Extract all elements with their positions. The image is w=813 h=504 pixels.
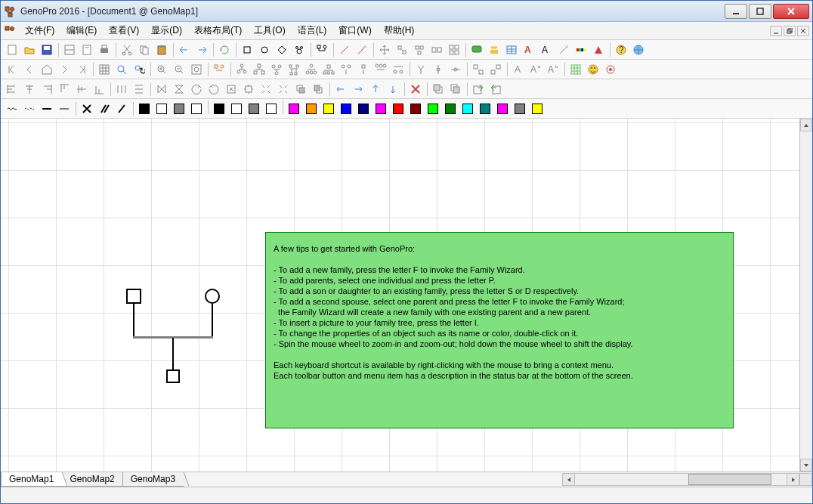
color-swatch-17[interactable]: [442, 100, 459, 117]
tool1-button[interactable]: [394, 42, 410, 58]
color-swatch-3[interactable]: [188, 100, 205, 117]
vertical-scrollbar[interactable]: [799, 119, 812, 472]
minimize-button[interactable]: [725, 4, 747, 19]
cross-icon[interactable]: [79, 100, 95, 117]
tree-icon-7[interactable]: [338, 61, 354, 78]
tab-genomap1[interactable]: GenoMap1: [1, 472, 62, 487]
color-swatch-10[interactable]: [320, 100, 337, 117]
tool3-button[interactable]: [428, 42, 445, 58]
nav-last-icon[interactable]: [73, 61, 90, 78]
horizontal-scrollbar[interactable]: [562, 473, 799, 486]
rotate-l-icon[interactable]: [188, 81, 205, 97]
line-male-down[interactable]: [133, 304, 134, 338]
color-swatch-20[interactable]: [494, 100, 511, 117]
target-icon[interactable]: [602, 61, 619, 78]
line-style-4-icon[interactable]: [56, 100, 73, 117]
tool2-button[interactable]: [411, 42, 428, 58]
tips-box[interactable]: A few tips to get started with GenoPro: …: [265, 232, 734, 428]
color-swatch-5[interactable]: [228, 100, 245, 117]
replace-icon[interactable]: ↻: [131, 61, 147, 78]
size2-icon[interactable]: [240, 81, 257, 97]
arrow-d-icon[interactable]: [385, 81, 401, 97]
tree-icon-10[interactable]: [390, 61, 406, 78]
color-swatch-19[interactable]: [477, 100, 493, 117]
grid-green-icon[interactable]: [567, 61, 584, 78]
scroll-up-icon[interactable]: [800, 119, 812, 131]
users-icon[interactable]: [486, 42, 502, 58]
arrow-r-icon[interactable]: [350, 81, 366, 97]
triangle-icon[interactable]: [590, 42, 607, 58]
grid-icon[interactable]: [96, 61, 113, 78]
layout1-icon[interactable]: [470, 61, 487, 78]
import-icon[interactable]: [487, 81, 504, 97]
color-swatch-21[interactable]: [512, 100, 528, 117]
female-button[interactable]: [256, 42, 273, 58]
order1-icon[interactable]: [292, 81, 309, 97]
color-swatch-7[interactable]: [263, 100, 280, 117]
tree-icon-2[interactable]: [251, 61, 267, 78]
align-middle-icon[interactable]: [73, 81, 90, 97]
globe-icon[interactable]: [630, 42, 647, 58]
flip-h-icon[interactable]: [153, 81, 170, 97]
align-left-icon[interactable]: [4, 81, 20, 97]
find-icon[interactable]: [113, 61, 130, 78]
menu-edit[interactable]: 编辑(E): [60, 23, 103, 39]
maximize-button[interactable]: [749, 4, 771, 19]
color-swatch-1[interactable]: [153, 100, 170, 117]
text-a1-icon[interactable]: A: [521, 42, 537, 58]
smiley-icon[interactable]: [585, 61, 601, 78]
male-button[interactable]: [239, 42, 255, 58]
color-swatch-2[interactable]: [171, 100, 187, 117]
size4-icon[interactable]: [275, 81, 292, 97]
pet-button[interactable]: [291, 42, 308, 58]
link-y-icon[interactable]: [413, 61, 429, 78]
align-top-icon[interactable]: [56, 81, 73, 97]
tab-genomap2[interactable]: GenoMap2: [61, 472, 122, 487]
mdi-minimize-button[interactable]: [770, 26, 782, 36]
distribute-h-icon[interactable]: [113, 81, 130, 97]
color-swatch-14[interactable]: [390, 100, 406, 117]
paste-button[interactable]: [153, 42, 170, 58]
size3-icon[interactable]: [258, 81, 274, 97]
color-swatch-4[interactable]: [211, 100, 227, 117]
mdi-close-button[interactable]: [797, 26, 809, 36]
tree-icon-6[interactable]: [320, 61, 337, 78]
arrows-button[interactable]: [376, 42, 393, 58]
close-button[interactable]: [773, 4, 809, 19]
line-female-down[interactable]: [212, 304, 213, 338]
wand-icon[interactable]: [555, 42, 572, 58]
nav-home-icon[interactable]: [39, 61, 55, 78]
export-icon[interactable]: [470, 81, 487, 97]
align-bottom-icon[interactable]: [91, 81, 107, 97]
arrow-u-icon[interactable]: [367, 81, 384, 97]
color-swatch-6[interactable]: [246, 100, 262, 117]
save-button[interactable]: [39, 42, 55, 58]
copy-button[interactable]: [136, 42, 153, 58]
link1-button[interactable]: [336, 42, 353, 58]
unknown-button[interactable]: [274, 42, 290, 58]
menu-language[interactable]: 语言(L): [292, 23, 333, 39]
tree-icon-9[interactable]: [372, 61, 389, 78]
link2-button[interactable]: [354, 42, 370, 58]
nav-next-icon[interactable]: [56, 61, 73, 78]
layout2-icon[interactable]: [487, 61, 504, 78]
page-button[interactable]: [79, 42, 95, 58]
tree-icon-5[interactable]: [303, 61, 320, 78]
menu-window[interactable]: 窗口(W): [332, 23, 377, 39]
open-button[interactable]: [21, 42, 38, 58]
font-grow-icon[interactable]: A: [527, 61, 544, 78]
undo-button[interactable]: [176, 42, 193, 58]
nav-first-icon[interactable]: [4, 61, 20, 78]
tool4-button[interactable]: [446, 42, 462, 58]
color-swatch-12[interactable]: [355, 100, 372, 117]
menu-help[interactable]: 帮助(H): [378, 23, 421, 39]
family-wizard-icon[interactable]: [211, 61, 227, 78]
line-child[interactable]: [172, 338, 174, 369]
tab-genomap3[interactable]: GenoMap3: [122, 472, 184, 487]
child-symbol[interactable]: [166, 369, 180, 383]
distribute-v-icon[interactable]: [131, 81, 147, 97]
color-swatch-11[interactable]: [338, 100, 354, 117]
color-bar-icon[interactable]: [573, 42, 589, 58]
bring-front-icon[interactable]: [430, 81, 447, 97]
cut-button[interactable]: [119, 42, 135, 58]
